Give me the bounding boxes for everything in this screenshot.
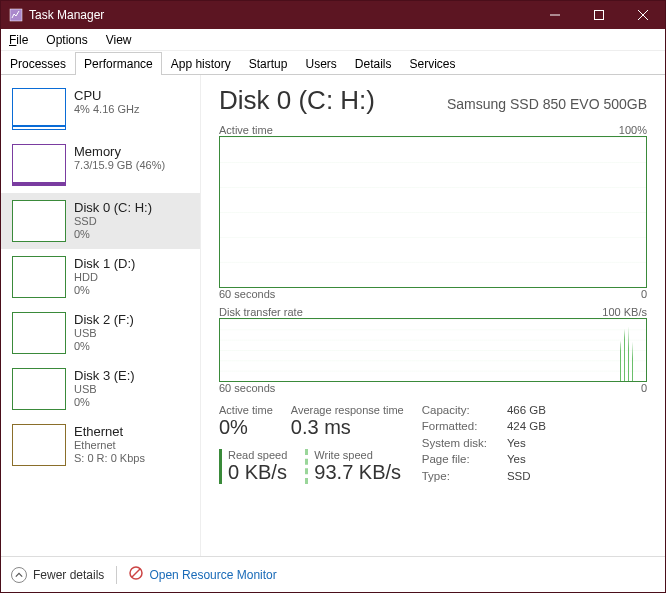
chart1-label: Active time [219,124,273,136]
sidebar-item-subtext2: 0% [74,284,135,297]
minimize-button[interactable] [533,1,577,29]
prop-key: System disk: [422,437,487,451]
stat-resp-value: 0.3 ms [291,416,404,439]
disk-model: Samsung SSD 850 EVO 500GB [447,96,647,112]
sidebar-item-subtext: HDD [74,271,135,284]
sidebar-item-subtext2: S: 0 R: 0 Kbps [74,452,145,465]
prop-val: 424 GB [507,420,546,434]
sidebar-item-disk2[interactable]: Disk 2 (F:) USB 0% [1,305,200,361]
prop-val: Yes [507,453,546,467]
tab-strip: Processes Performance App history Startu… [1,51,665,75]
chart-active-time [219,136,647,288]
chart1-xleft: 60 seconds [219,288,275,300]
chart1-xright: 0 [641,288,647,300]
tab-users[interactable]: Users [296,52,345,75]
prop-key: Formatted: [422,420,487,434]
svg-line-6 [132,569,140,577]
sidebar-item-disk3[interactable]: Disk 3 (E:) USB 0% [1,361,200,417]
disk3-thumbnail-chart [12,368,66,410]
sidebar-item-ethernet[interactable]: Ethernet Ethernet S: 0 R: 0 Kbps [1,417,200,473]
sidebar-item-subtext2: 0% [74,396,135,409]
disk2-thumbnail-chart [12,312,66,354]
resource-monitor-icon [129,566,143,583]
close-button[interactable] [621,1,665,29]
sidebar-item-cpu[interactable]: CPU 4% 4.16 GHz [1,81,200,137]
fewer-details-button[interactable]: Fewer details [11,567,104,583]
sidebar-item-label: Disk 3 (E:) [74,368,135,383]
prop-val: 466 GB [507,404,546,418]
sidebar[interactable]: CPU 4% 4.16 GHz Memory 7.3/15.9 GB (46%)… [1,75,201,556]
sidebar-item-disk1[interactable]: Disk 1 (D:) HDD 0% [1,249,200,305]
chart2-max: 100 KB/s [602,306,647,318]
sidebar-item-subtext: 4% 4.16 GHz [74,103,139,116]
sidebar-item-disk0[interactable]: Disk 0 (C: H:) SSD 0% [1,193,200,249]
window-title: Task Manager [29,8,533,22]
prop-val: SSD [507,470,546,484]
page-title: Disk 0 (C: H:) [219,85,375,116]
sidebar-item-subtext: SSD [74,215,152,228]
tab-startup[interactable]: Startup [240,52,297,75]
titlebar: Task Manager [1,1,665,29]
divider [116,566,117,584]
prop-key: Capacity: [422,404,487,418]
sidebar-item-subtext: 7.3/15.9 GB (46%) [74,159,165,172]
tab-app-history[interactable]: App history [162,52,240,75]
sidebar-item-label: Disk 1 (D:) [74,256,135,271]
chart2-label: Disk transfer rate [219,306,303,318]
prop-key: Page file: [422,453,487,467]
memory-thumbnail-chart [12,144,66,186]
chart2-xleft: 60 seconds [219,382,275,394]
menubar: FFileile Options View [1,29,665,51]
sidebar-item-subtext: USB [74,383,135,396]
tab-services[interactable]: Services [401,52,465,75]
disk1-thumbnail-chart [12,256,66,298]
chevron-up-icon [11,567,27,583]
cpu-thumbnail-chart [12,88,66,130]
stat-write-value: 93.7 KB/s [314,461,401,484]
tab-details[interactable]: Details [346,52,401,75]
stat-active-value: 0% [219,416,273,439]
sidebar-item-subtext: Ethernet [74,439,145,452]
app-icon [9,8,23,22]
sidebar-item-subtext2: 0% [74,228,152,241]
svg-rect-2 [595,11,604,20]
sidebar-item-label: Disk 2 (F:) [74,312,134,327]
stat-resp-label: Average response time [291,404,404,416]
menu-view[interactable]: View [106,33,132,47]
chart1-max: 100% [619,124,647,136]
tab-processes[interactable]: Processes [1,52,75,75]
menu-options[interactable]: Options [46,33,87,47]
maximize-button[interactable] [577,1,621,29]
sidebar-item-memory[interactable]: Memory 7.3/15.9 GB (46%) [1,137,200,193]
chart-transfer-rate [219,318,647,382]
footer: Fewer details Open Resource Monitor [1,556,665,592]
open-resource-monitor-link[interactable]: Open Resource Monitor [129,566,276,583]
sidebar-item-label: CPU [74,88,139,103]
sidebar-item-subtext: USB [74,327,134,340]
disk0-thumbnail-chart [12,200,66,242]
svg-rect-0 [10,9,22,21]
sidebar-item-label: Disk 0 (C: H:) [74,200,152,215]
stat-read-value: 0 KB/s [228,461,287,484]
tab-performance[interactable]: Performance [75,52,162,75]
ethernet-thumbnail-chart [12,424,66,466]
sidebar-item-label: Memory [74,144,165,159]
menu-file[interactable]: FFileile [9,33,28,47]
content: CPU 4% 4.16 GHz Memory 7.3/15.9 GB (46%)… [1,75,665,556]
stat-write-label: Write speed [314,449,401,461]
main-panel: Disk 0 (C: H:) Samsung SSD 850 EVO 500GB… [201,75,665,556]
disk-properties: Capacity:466 GB Formatted:424 GB System … [422,404,546,484]
prop-val: Yes [507,437,546,451]
sidebar-item-label: Ethernet [74,424,145,439]
stat-active-label: Active time [219,404,273,416]
chart2-xright: 0 [641,382,647,394]
prop-key: Type: [422,470,487,484]
sidebar-item-subtext2: 0% [74,340,134,353]
stat-read-label: Read speed [228,449,287,461]
